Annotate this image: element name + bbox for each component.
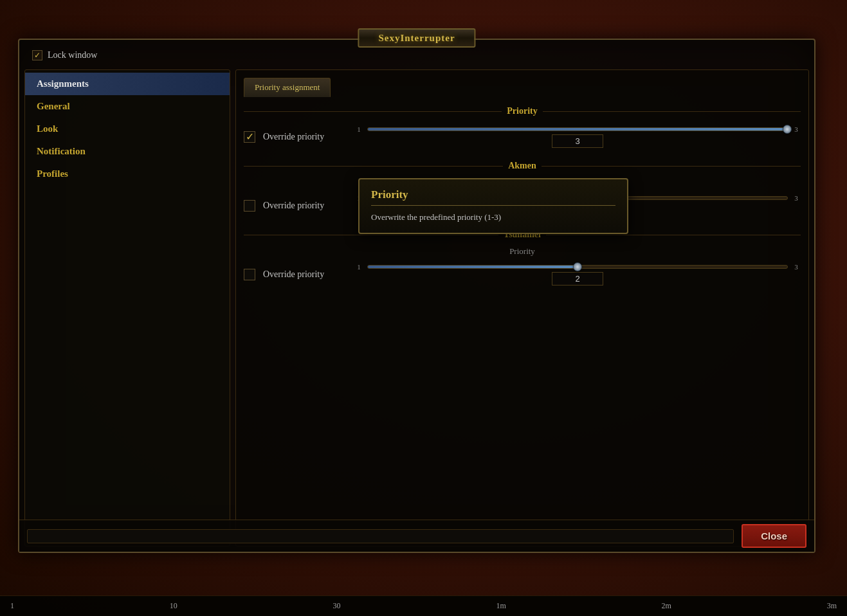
bottom-bar: Close — [19, 520, 814, 552]
tsunamei-slider-thumb[interactable] — [573, 262, 582, 271]
tsunamei-slider-value-box — [354, 272, 801, 285]
addon-window: SexyInterrupter ✓ Lock window Assignment… — [18, 39, 815, 553]
tab-priority-assignment[interactable]: Priority assignment — [244, 78, 331, 97]
lock-window-label: Lock window — [48, 50, 97, 60]
section-divider-self: Priority — [244, 106, 801, 116]
title-bar: SexyInterrupter — [358, 28, 475, 48]
tsunamei-slider-value-input[interactable] — [552, 272, 603, 285]
tsunamei-priority-row: Override priority 1 3 — [244, 260, 801, 288]
tooltip-title: Priority — [371, 188, 615, 201]
tsunamei-slider-container: 1 3 — [354, 263, 801, 285]
sidebar-item-general[interactable]: General — [25, 95, 230, 118]
divider-line-tsunamei-left — [244, 235, 498, 235]
timeline-marker-1m: 1m — [496, 601, 505, 611]
section-self-header: Priority — [507, 106, 537, 116]
self-slider-fill — [368, 128, 787, 131]
tsunamei-slider-fill — [368, 266, 578, 268]
akmen-override-checkbox[interactable] — [244, 200, 255, 212]
timeline-marker-10: 10 — [170, 601, 178, 611]
self-slider-track[interactable] — [367, 127, 788, 131]
sidebar-item-notification[interactable]: Notification — [25, 140, 230, 163]
sidebar-item-look[interactable]: Look — [25, 118, 230, 140]
akmen-slider-max: 3 — [792, 194, 801, 202]
tsunamei-slider-max: 3 — [792, 263, 801, 271]
self-override-label: Override priority — [263, 132, 347, 142]
self-slider-value-input[interactable] — [552, 134, 603, 148]
tsunamei-slider-track[interactable] — [367, 265, 788, 269]
lock-window-checkbox[interactable]: ✓ — [32, 50, 42, 60]
self-slider-container: 1 3 — [354, 125, 801, 148]
akmen-override-label: Override priority — [263, 201, 347, 211]
timeline-marker-2m: 2m — [662, 601, 671, 611]
timeline-marker-3m: 3m — [827, 601, 837, 611]
tab-bar: Priority assignment — [244, 78, 801, 97]
sidebar-item-assignments[interactable]: Assignments — [25, 73, 230, 95]
main-body: Assignments General Look Notification Pr… — [24, 69, 809, 547]
self-slider-thumb[interactable] — [783, 125, 792, 134]
divider-line-left — [244, 111, 502, 112]
tsunamei-slider-track-row: 1 3 — [354, 263, 801, 271]
tsunamei-override-checkbox[interactable] — [244, 269, 255, 280]
timeline-marker-1: 1 — [10, 601, 14, 611]
window-title: SexyInterrupter — [378, 33, 455, 43]
tsunamei-priority-label: Priority — [244, 246, 801, 257]
tooltip-divider — [371, 205, 615, 206]
self-slider-value-box — [354, 134, 801, 148]
self-slider-track-row: 1 3 — [354, 125, 801, 133]
section-akmen-header: Akmen — [508, 161, 536, 171]
tooltip-description: Overwrite the predefined priority (1-3) — [371, 211, 615, 224]
content-panel: Priority assignment Priority ✓ Overrid — [235, 69, 809, 547]
self-priority-row: ✓ Override priority 1 3 — [244, 123, 801, 150]
divider-line-tsunamei-right — [546, 235, 801, 235]
timeline-bar: 1 10 30 1m 2m 3m — [0, 595, 847, 616]
window-content: ✓ Lock window Assignments General Look N… — [19, 40, 814, 552]
divider-line-right — [543, 111, 801, 112]
tsunamei-override-label: Override priority — [263, 269, 347, 280]
tooltip-overlay: Priority Overwrite the predefined priori… — [358, 178, 628, 234]
close-button[interactable]: Close — [742, 524, 806, 548]
section-tsunamei: Tsunamei Priority Override priority 1 — [244, 230, 801, 288]
lock-window-row: ✓ Lock window — [24, 45, 809, 66]
self-checkbox-check: ✓ — [246, 131, 254, 143]
timeline-marker-30: 30 — [333, 601, 341, 611]
self-slider-max: 3 — [792, 125, 801, 133]
section-divider-akmen: Akmen — [244, 161, 801, 171]
self-slider-min: 1 — [354, 125, 363, 133]
section-self: Priority ✓ Override priority 1 — [244, 106, 801, 150]
divider-line-akmen-left — [244, 166, 503, 167]
self-override-checkbox[interactable]: ✓ — [244, 131, 255, 143]
sidebar: Assignments General Look Notification Pr… — [24, 69, 230, 547]
sidebar-item-profiles[interactable]: Profiles — [25, 163, 230, 185]
divider-line-akmen-right — [542, 166, 801, 167]
lock-checkbox-check: ✓ — [34, 51, 41, 60]
bottom-progress-bar — [27, 529, 734, 543]
tsunamei-slider-min: 1 — [354, 263, 363, 271]
